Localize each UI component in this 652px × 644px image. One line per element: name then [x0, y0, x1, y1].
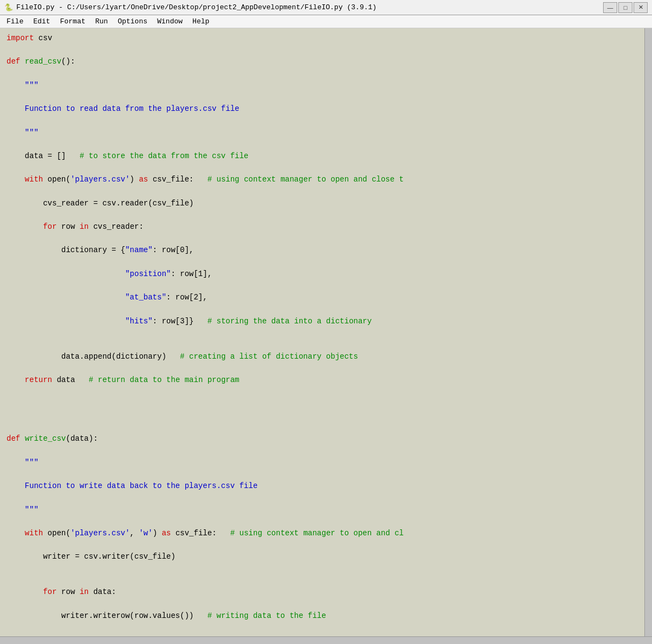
menu-window[interactable]: Window — [153, 16, 187, 27]
app-icon: 🐍 — [4, 3, 13, 12]
line-21: """ — [7, 457, 645, 469]
line-9: for row in cvs_reader: — [7, 221, 645, 233]
line-7: with open('players.csv') as csv_file: # … — [7, 174, 645, 186]
editor-area[interactable]: import csv def read_csv(): """ Function … — [0, 28, 652, 644]
code-editor[interactable]: import csv def read_csv(): """ Function … — [7, 33, 645, 634]
line-6: data = [] # to store the data from the c… — [7, 151, 645, 162]
menu-help[interactable]: Help — [188, 16, 214, 27]
menu-file[interactable]: File — [2, 16, 28, 27]
menu-options[interactable]: Options — [114, 16, 152, 27]
line-23: """ — [7, 504, 645, 516]
line-28: writer.writerow(row.values()) # writing … — [7, 610, 645, 622]
title-bar: 🐍 FileIO.py - C:/Users/lyart/OneDrive/De… — [0, 0, 652, 15]
line-11: "position": row[1], — [7, 268, 645, 280]
menu-run[interactable]: Run — [91, 16, 112, 27]
line-24: with open('players.csv', 'w') as csv_fil… — [7, 528, 645, 540]
line-25: writer = csv.writer(csv_file) — [7, 551, 645, 563]
line-4: Function to read data from the players.c… — [7, 103, 645, 115]
menu-format[interactable]: Format — [55, 16, 90, 27]
line-16: return data # return data to the main pr… — [7, 374, 645, 386]
line-3: """ — [7, 80, 645, 92]
line-13: "hits": row[3]} # storing the data into … — [7, 316, 645, 328]
menu-edit[interactable]: Edit — [29, 16, 54, 27]
scrollbar-horizontal[interactable] — [0, 636, 652, 644]
scrollbar-vertical[interactable] — [644, 28, 652, 644]
line-22: Function to write data back to the playe… — [7, 480, 645, 492]
line-20: def write_csv(data): — [7, 433, 645, 445]
line-8: cvs_reader = csv.reader(csv_file) — [7, 198, 645, 210]
window-title: FileIO.py - C:/Users/lyart/OneDrive/Desk… — [16, 3, 377, 11]
line-27: for row in data: — [7, 586, 645, 598]
line-1: import csv — [7, 33, 645, 45]
line-10: dictionary = {"name": row[0], — [7, 245, 645, 257]
close-button[interactable]: ✕ — [634, 2, 648, 13]
maximize-button[interactable]: □ — [618, 2, 632, 13]
line-15: data.append(dictionary) # creating a lis… — [7, 351, 645, 363]
menu-bar: File Edit Format Run Options Window Help — [0, 15, 652, 28]
window-controls: — □ ✕ — [603, 2, 648, 13]
minimize-button[interactable]: — — [603, 2, 617, 13]
line-5: """ — [7, 127, 645, 139]
title-bar-left: 🐍 FileIO.py - C:/Users/lyart/OneDrive/De… — [4, 3, 377, 12]
line-12: "at_bats": row[2], — [7, 292, 645, 304]
line-2: def read_csv(): — [7, 56, 645, 68]
